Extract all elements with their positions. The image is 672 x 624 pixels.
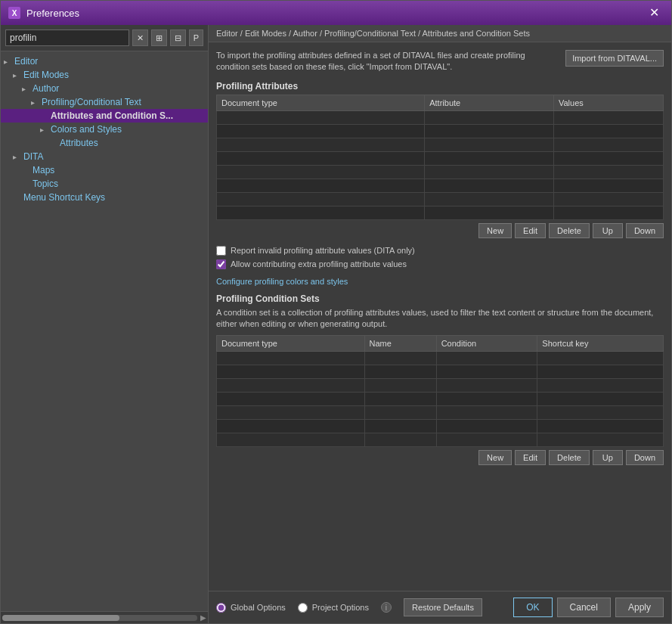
- title-bar-left: X Preferences: [8, 7, 79, 19]
- configure-colors-link[interactable]: Configure profiling colors and styles: [216, 277, 664, 286]
- tree-item-label: DITA: [23, 151, 43, 162]
- cancel-button[interactable]: Cancel: [557, 598, 611, 617]
- arrow-icon: ▸: [40, 126, 49, 134]
- col-values: Values: [553, 95, 663, 110]
- tree-item-label: Edit Modes: [23, 70, 69, 80]
- table-row: [217, 165, 664, 179]
- tree-item-attributes[interactable]: Attributes: [1, 136, 208, 150]
- close-button[interactable]: ✕: [645, 5, 664, 20]
- profiling-down-button[interactable]: Down: [626, 223, 664, 238]
- tree-item-label: Attributes and Condition S...: [51, 110, 173, 121]
- checkbox-allow-contributing-label: Allow contributing extra profiling attri…: [231, 259, 407, 269]
- checkbox-allow-contributing[interactable]: Allow contributing extra profiling attri…: [216, 259, 664, 269]
- tree-item-label: Profiling/Conditional Text: [42, 97, 141, 107]
- search-bar: ✕ ⊞ ⊟ P: [1, 25, 208, 51]
- col-name: Name: [364, 335, 436, 351]
- condition-sets-buttons: New Edit Delete Up Down: [216, 450, 664, 465]
- col-attribute: Attribute: [425, 95, 554, 110]
- table-row: [217, 110, 664, 124]
- tree-item-menu-shortcut[interactable]: Menu Shortcut Keys: [1, 191, 208, 204]
- project-options-label: Project Options: [312, 603, 369, 612]
- profiling-attributes-table: Document type Attribute Values: [216, 95, 664, 220]
- import-description: To import the profiling attributes defin…: [216, 50, 558, 73]
- condition-delete-button[interactable]: Delete: [549, 450, 590, 465]
- project-options-radio[interactable]: Project Options: [298, 603, 369, 613]
- arrow-icon: ▸: [13, 71, 22, 79]
- project-options-radio-input[interactable]: [298, 603, 308, 613]
- profiling-edit-button[interactable]: Edit: [515, 223, 546, 238]
- tree-item-label: Colors and Styles: [51, 124, 122, 135]
- condition-edit-button[interactable]: Edit: [515, 450, 546, 465]
- tree-item-edit-modes[interactable]: ▸ Edit Modes: [1, 68, 208, 82]
- horizontal-scrollbar[interactable]: ▶: [1, 611, 208, 623]
- table-row: [217, 419, 664, 433]
- search-collapse-button[interactable]: ⊟: [170, 29, 186, 46]
- tree-area: ▸ Editor ▸ Edit Modes ▸ Author ▸ Profili…: [1, 51, 208, 611]
- tree-item-author[interactable]: ▸ Author: [1, 82, 208, 95]
- condition-down-button[interactable]: Down: [626, 450, 664, 465]
- profiling-attributes-section: Profiling Attributes Document type Attri…: [216, 81, 664, 238]
- apply-button[interactable]: Apply: [615, 598, 664, 617]
- col-document-type: Document type: [217, 95, 425, 110]
- tree-item-topics[interactable]: Topics: [1, 177, 208, 191]
- condition-sets-table: Document type Name Condition Shortcut ke…: [216, 335, 664, 447]
- tree-item-colors-styles[interactable]: ▸ Colors and Styles: [1, 123, 208, 136]
- profiling-condition-sets-section: Profiling Condition Sets A condition set…: [216, 293, 664, 465]
- table-row: [217, 192, 664, 206]
- checkbox-report-invalid-label: Report invalid profiling attribute value…: [231, 246, 415, 255]
- table-row: [217, 433, 664, 446]
- import-ditaval-button[interactable]: Import from DITAVAL...: [565, 50, 664, 67]
- global-options-label: Global Options: [231, 603, 286, 612]
- content-area: ✕ ⊞ ⊟ P ▸ Editor ▸ Edit Modes ▸: [1, 25, 671, 623]
- arrow-icon: ▸: [13, 153, 22, 161]
- tree-item-label: Attributes: [60, 138, 98, 148]
- profiling-delete-button[interactable]: Delete: [549, 223, 590, 238]
- table-row: [217, 351, 664, 365]
- profiling-new-button[interactable]: New: [478, 223, 512, 238]
- checkboxes-group: Report invalid profiling attribute value…: [216, 246, 664, 269]
- tree-item-attributes-condition[interactable]: Attributes and Condition S...: [1, 109, 208, 123]
- tree-item-label: Topics: [33, 179, 58, 189]
- tree-item-label: Menu Shortcut Keys: [23, 192, 105, 203]
- global-options-radio[interactable]: Global Options: [216, 603, 286, 613]
- tree-item-label: Editor: [14, 56, 38, 67]
- tree-item-profiling[interactable]: ▸ Profiling/Conditional Text: [1, 95, 208, 109]
- table-row: [217, 124, 664, 138]
- search-input[interactable]: [5, 29, 129, 46]
- bottom-right: OK Cancel Apply: [513, 598, 664, 617]
- tree-item-dita[interactable]: ▸ DITA: [1, 150, 208, 163]
- arrow-icon: ▸: [31, 98, 40, 107]
- condition-up-button[interactable]: Up: [593, 450, 623, 465]
- checkbox-report-invalid[interactable]: Report invalid profiling attribute value…: [216, 246, 664, 256]
- table-row: [217, 179, 664, 192]
- table-row: [217, 365, 664, 378]
- condition-sets-title: Profiling Condition Sets: [216, 293, 664, 304]
- arrow-icon: ▸: [4, 57, 13, 66]
- col-condition: Condition: [436, 335, 537, 351]
- table-row: [217, 151, 664, 165]
- app-icon: X: [8, 7, 20, 19]
- search-clear-button[interactable]: ✕: [132, 29, 148, 46]
- table-row: [217, 378, 664, 392]
- restore-defaults-button[interactable]: Restore Defaults: [404, 598, 482, 616]
- condition-new-button[interactable]: New: [478, 450, 512, 465]
- dialog-title: Preferences: [26, 8, 79, 19]
- tree-item-maps[interactable]: Maps: [1, 163, 208, 177]
- tree-item-label: Maps: [33, 165, 54, 175]
- table-row: [217, 392, 664, 405]
- checkbox-report-invalid-input[interactable]: [216, 246, 226, 256]
- search-preferences-button[interactable]: P: [189, 29, 203, 46]
- import-row: To import the profiling attributes defin…: [216, 50, 664, 73]
- tree-item-editor[interactable]: ▸ Editor: [1, 54, 208, 68]
- profiling-attributes-title: Profiling Attributes: [216, 81, 664, 92]
- checkbox-allow-contributing-input[interactable]: [216, 259, 226, 269]
- info-icon[interactable]: i: [381, 602, 392, 613]
- table-row: [217, 138, 664, 151]
- search-expand-button[interactable]: ⊞: [151, 29, 167, 46]
- arrow-icon: ▸: [22, 85, 31, 93]
- global-options-radio-input[interactable]: [216, 603, 226, 613]
- left-panel: ✕ ⊞ ⊟ P ▸ Editor ▸ Edit Modes ▸: [1, 25, 209, 623]
- profiling-attributes-buttons: New Edit Delete Up Down: [216, 223, 664, 238]
- profiling-up-button[interactable]: Up: [593, 223, 623, 238]
- ok-button[interactable]: OK: [513, 598, 552, 617]
